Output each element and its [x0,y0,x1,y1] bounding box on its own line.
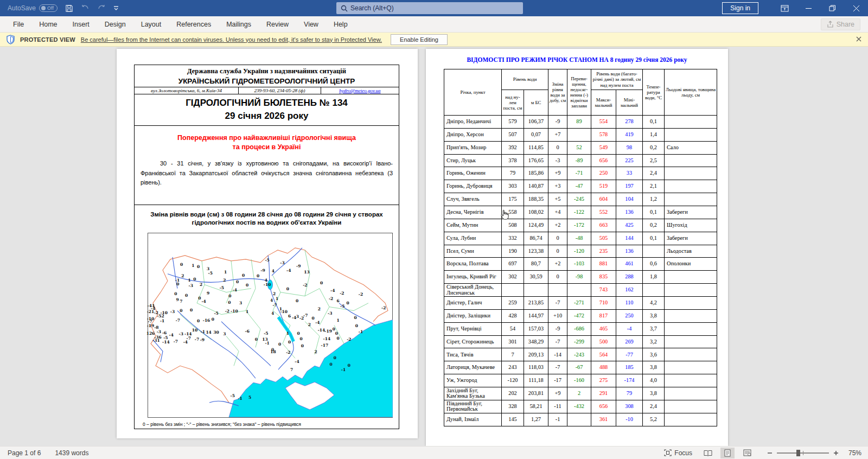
web-layout-button[interactable] [740,448,754,458]
table-row: Інгулець, Кривий Ріг30230,590-988352881,… [444,271,717,284]
col-header-excess: Переви-щення, недосяг-нення (-) відмітки… [567,69,591,116]
table-cell: 3,8 [643,387,665,400]
table-cell: 419 [616,128,643,141]
table-cell [502,284,524,297]
map-value-label: 1 [336,317,339,322]
search-input[interactable]: Search (Alt+Q) [336,2,523,14]
table-cell: -48 [567,232,591,245]
table-cell: 303 [502,180,524,193]
table-cell: -47 [567,180,591,193]
ribbon-tab-review[interactable]: Review [259,17,296,31]
zoom-level[interactable]: 75% [843,449,861,457]
col-header-min: Міні-мальний [616,90,643,116]
table-cell [665,180,717,193]
print-layout-button[interactable] [720,448,735,458]
map-value-label: 7 [180,298,182,303]
autosave-toggle[interactable]: AutoSave Off [8,4,58,12]
focus-button[interactable]: Focus [661,448,695,458]
org-address: вул.Золотоворітська, 6, м.Київ-34 [135,87,239,94]
map-value-label: 0 [228,293,231,298]
minimize-button[interactable] [796,0,820,16]
map-value-label: -10 [231,308,238,313]
sign-in-button[interactable]: Sign in [722,2,758,14]
focus-label: Focus [674,449,692,457]
table-cell: 54 [502,322,524,335]
map-value-label: -2 [225,308,229,313]
table-cell: Дніпро, Неданчичі [444,116,502,129]
table-cell: Дністер, Галич [444,297,502,310]
undo-icon[interactable] [81,4,90,12]
map-value-label: 5 [248,395,251,400]
ribbon-tab-insert[interactable]: Insert [65,17,97,31]
close-button[interactable] [844,0,868,16]
ribbon-tab-mailings[interactable]: Mailings [219,17,259,31]
table-cell: Шугохід [665,219,717,232]
warning-box: Попередження про найважливіші гідрологіч… [134,124,399,205]
map-value-label: 0 [257,273,259,278]
map-value-label: -1 [265,341,269,346]
redo-icon[interactable] [97,4,106,12]
table-row: Латориця, Мукачеве243118,03-7-674881853,… [444,361,717,374]
map-value-label: 6 [288,313,291,318]
save-icon[interactable] [65,4,73,12]
ribbon-tab-design[interactable]: Design [97,17,133,31]
share-button[interactable]: Share [821,18,860,30]
map-value-label: 0 [312,315,315,320]
table-cell: +9 [548,167,567,180]
title-bar: AutoSave Off BULLETEN_H - Protected View… [0,0,868,16]
map-value-label: -52 [157,313,164,318]
ribbon-tab-references[interactable]: References [169,17,219,31]
map-value-label: -2 [340,290,344,295]
ribbon-tab-view[interactable]: View [296,17,326,31]
enable-editing-button[interactable]: Enable Editing [391,34,448,45]
table-cell: Ополонки [665,258,717,271]
org-name-line1: Державна служба України з надзвичайних с… [135,65,399,76]
org-email-link[interactable]: hydro@meteo.gov.ua [321,87,399,94]
word-count[interactable]: 1439 words [55,449,88,457]
zoom-out-icon[interactable] [767,450,773,456]
map-value-label: -3 [189,283,193,288]
table-cell: 79 [502,167,524,180]
web-layout-icon [743,449,751,456]
table-cell: 136 [616,245,643,258]
table-cell: 33 [616,167,643,180]
table-cell: Горинь, Оженин [444,167,502,180]
zoom-slider-thumb[interactable] [796,450,800,456]
zoom-in-icon[interactable] [833,450,839,456]
table-row: Західний Буг, Кам'янка Бузька202203,81+9… [444,387,717,400]
autosave-label: AutoSave [8,4,36,12]
map-value-label: -2 [303,282,307,287]
dismiss-bar-icon[interactable] [856,36,861,43]
restore-button[interactable] [820,0,844,16]
table-cell [665,154,717,167]
table-cell: Дністер, Заліщики [444,309,502,322]
map-value-label: -3 [280,260,284,265]
table-cell: 328 [502,400,524,413]
table-row: Дністер, Галич259213,85-7-2717101104,2 [444,297,717,310]
map-value-label: 2 [315,349,317,354]
protected-view-message[interactable]: Be careful—files from the Internet can c… [81,36,382,43]
table-cell: 428 [502,309,524,322]
quick-access-toolbar: AutoSave Off [0,4,119,12]
river-report-title: ВІДОМОСТІ ПРО РЕЖИМ РІЧОК СТАНОМ НА 8 го… [426,56,728,63]
zoom-slider[interactable] [777,452,829,454]
ribbon-tab-home[interactable]: Home [31,17,65,31]
table-row: Прип'ять, Мозир392114,85052549980,2Сало [444,141,717,154]
customize-qat-icon[interactable] [113,5,119,11]
table-cell: 7 [502,348,524,361]
ribbon-tab-layout[interactable]: Layout [133,17,169,31]
document-canvas[interactable]: Державна служба України з надзвичайних с… [0,47,868,446]
ribbon-tab-help[interactable]: Help [326,17,355,31]
page-indicator[interactable]: Page 1 of 6 [8,449,41,457]
shield-icon [7,35,15,44]
map-value-label: 30 [213,330,219,335]
table-cell: 392 [502,141,524,154]
table-cell: 0,1 [643,206,665,219]
ribbon-display-options-icon[interactable] [773,0,796,16]
read-mode-button[interactable] [701,448,715,458]
table-cell: 124,49 [524,219,548,232]
ribbon-tab-file[interactable]: File [5,17,31,31]
page-2: ВІДОМОСТІ ПРО РЕЖИМ РІЧОК СТАНОМ НА 8 го… [426,49,728,446]
table-cell: 0 [548,141,567,154]
autosave-pill[interactable]: Off [39,4,58,12]
